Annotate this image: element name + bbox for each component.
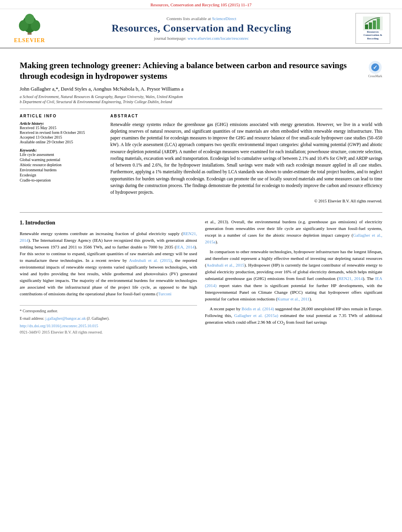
svg-point-4	[25, 14, 34, 24]
ref-gallagher-2015a-link[interactable]: Gallagher et al., 2015a	[205, 233, 382, 244]
journal-title-block: Contents lists available at ScienceDirec…	[47, 16, 355, 41]
available-line: Available online 29 October 2015	[20, 140, 99, 144]
affil-a-text: a School of Environment, Natural Resourc…	[20, 95, 183, 99]
received-line: Received 15 May 2015	[20, 126, 99, 130]
doi-link: http://dx.doi.org/10.1016/j.resconrec.20…	[20, 323, 197, 329]
article-history: Article history: Received 15 May 2015 Re…	[20, 121, 99, 144]
crossmark-icon: ✓	[368, 60, 382, 74]
body-left-para-1: Renewable energy systems contribute an i…	[20, 230, 197, 297]
authors-line: John Gallagher a,*, David Styles a, Aong…	[20, 86, 382, 92]
keyword-2: Global warming potential	[20, 158, 99, 162]
paper-title-row: Making green technology greener: Achievi…	[20, 60, 382, 82]
keyword-5: Ecodesign	[20, 173, 99, 177]
revised-line: Received in revised form 8 October 2015	[20, 130, 99, 135]
affil-b-text: b Department of Civil, Structural & Envi…	[20, 100, 172, 104]
homepage-label: journal homepage:	[154, 36, 186, 41]
journal-homepage: journal homepage: www.elsevier.com/locat…	[47, 36, 355, 41]
ref-ren21-2014-link[interactable]: REN21, 2014	[20, 231, 197, 243]
keyword-6: Cradle-to-operation	[20, 178, 99, 182]
body-right-col: et al., 2013). Overall, the environmenta…	[205, 219, 382, 335]
elsevier-brand-text: ELSEVIER	[14, 37, 45, 44]
elsevier-logo: ELSEVIER	[12, 13, 47, 44]
crossmark-badge: ✓ CrossMark	[368, 60, 382, 78]
svg-rect-6	[365, 24, 368, 29]
keyword-4: Environmental burdens	[20, 168, 99, 172]
body-right-para-3: A recent paper by Bódis et al. (2014) su…	[205, 306, 382, 326]
homepage-url-text: www.elsevier.com/locate/resconrec	[188, 36, 249, 41]
journal-header: ELSEVIER Contents lists available at Sci…	[0, 9, 402, 48]
email-line: E-mail address: j.gallagher@bangor.ac.uk…	[20, 315, 197, 322]
resources-logo: ResourcesConservation &Recycling	[355, 13, 390, 44]
corresponding-note-text: * Corresponding author.	[20, 309, 58, 313]
svg-text:✓: ✓	[373, 65, 378, 70]
resources-logo-icon	[363, 17, 383, 30]
homepage-link[interactable]: www.elsevier.com/locate/resconrec	[188, 36, 249, 41]
body-right-text: et al., 2013). Overall, the environmenta…	[205, 219, 382, 326]
affil-a: a School of Environment, Natural Resourc…	[20, 95, 382, 99]
keywords-section: Keywords: Life cycle assessment Global w…	[20, 148, 99, 182]
body-left-text: Renewable energy systems contribute an i…	[20, 230, 197, 297]
abstract-paragraph: Renewable energy systems reduce the gree…	[110, 121, 382, 196]
issn-line: 0921-3449/© 2015 Elsevier B.V. All right…	[20, 329, 197, 336]
article-info-col: ARTICLE INFO Article history: Received 1…	[20, 114, 99, 205]
accepted-line: Accepted 13 October 2015	[20, 135, 99, 139]
contents-label: Contents lists available at	[166, 16, 211, 21]
elsevier-tree-icon	[16, 13, 43, 37]
science-direct-text: ScienceDirect	[212, 16, 236, 21]
doi-url-text: http://dx.doi.org/10.1016/j.resconrec.20…	[20, 324, 98, 328]
paper-container: Making green technology greener: Achievi…	[0, 48, 402, 343]
copyright-line: © 2015 Elsevier B.V. All rights reserved…	[110, 198, 382, 204]
email-suffix-text: (J. Gallagher).	[87, 316, 109, 321]
journal-citation: Resources, Conservation and Recycling 10…	[0, 0, 402, 9]
email-text: j.gallagher@bangor.ac.uk	[45, 316, 86, 321]
doi-url-link[interactable]: http://dx.doi.org/10.1016/j.resconrec.20…	[20, 324, 98, 328]
authors-text: John Gallagher a,*, David Styles a, Aong…	[20, 86, 184, 92]
ref-asdrubali-link[interactable]: Asdrubali et al. (2015)	[129, 258, 172, 263]
article-info-heading: ARTICLE INFO	[20, 114, 99, 118]
history-label: Article history:	[20, 121, 99, 126]
svg-rect-9	[377, 19, 380, 29]
ref-asdrubali-2015-link[interactable]: Asdrubali et al., 2015	[207, 263, 244, 267]
ref-kumar-link[interactable]: Kumar et al., 2011	[277, 297, 310, 301]
paper-title: Making green technology greener: Achievi…	[20, 60, 368, 82]
keywords-list: Life cycle assessment Global warming pot…	[20, 152, 99, 182]
citation-text: Resources, Conservation and Recycling 10…	[151, 2, 252, 7]
footnote-section: * Corresponding author. E-mail address: …	[20, 305, 197, 335]
email-link[interactable]: j.gallagher@bangor.ac.uk	[45, 316, 86, 321]
ref-turconi-link[interactable]: Turconi	[158, 291, 171, 296]
corresponding-note: * Corresponding author.	[20, 308, 197, 314]
body-left-col: 1. Introduction Renewable energy systems…	[20, 219, 197, 335]
header-divider	[20, 109, 382, 109]
article-info-abstract-row: ARTICLE INFO Article history: Received 1…	[20, 114, 382, 205]
svg-rect-7	[369, 22, 372, 29]
keyword-3: Abiotic resource depletion	[20, 163, 99, 167]
email-label-text: E-mail address:	[20, 316, 44, 321]
keyword-1: Life cycle assessment	[20, 152, 99, 157]
section1-heading: 1. Introduction	[20, 219, 197, 227]
body-two-col: 1. Introduction Renewable energy systems…	[20, 219, 382, 335]
affiliations: a School of Environment, Natural Resourc…	[20, 95, 382, 104]
crossmark-label: CrossMark	[368, 74, 382, 78]
keywords-label: Keywords:	[20, 148, 99, 152]
journal-main-title: Resources, Conservation and Recycling	[47, 22, 355, 34]
body-section: 1. Introduction Renewable energy systems…	[20, 212, 382, 335]
ref-iea-2014-link[interactable]: IEA, 2014	[176, 245, 195, 249]
body-right-para-2: In comparison to other renewable technol…	[205, 248, 382, 302]
ref-bodis-link[interactable]: Bódis et al. (2014)	[242, 306, 274, 311]
ref-gallagher-2015b-link[interactable]: Gallagher et al. (2015a)	[234, 313, 278, 318]
ref-ren21-2014b-link[interactable]: REN21, 2014	[339, 276, 363, 281]
contents-line: Contents lists available at ScienceDirec…	[47, 16, 355, 21]
svg-rect-8	[373, 20, 376, 29]
body-right-para-1: et al., 2013). Overall, the environmenta…	[205, 219, 382, 245]
abstract-text: Renewable energy systems reduce the gree…	[110, 121, 382, 205]
affil-b: b Department of Civil, Structural & Envi…	[20, 100, 382, 104]
science-direct-link[interactable]: ScienceDirect	[212, 16, 236, 21]
abstract-col: ABSTRACT Renewable energy systems reduce…	[110, 114, 382, 205]
abstract-heading: ABSTRACT	[110, 114, 382, 118]
resources-logo-title: ResourcesConservation &Recycling	[363, 30, 382, 40]
